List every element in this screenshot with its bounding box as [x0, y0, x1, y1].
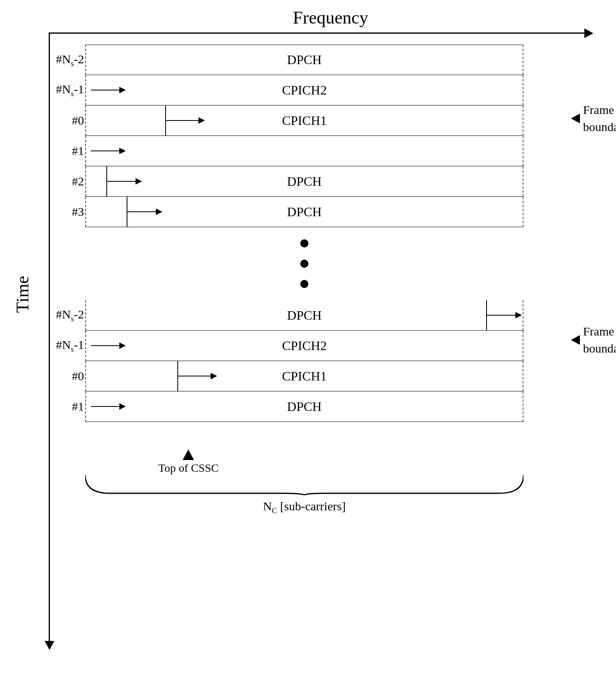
row-label-bot-ns-2: #Ns-2	[37, 307, 84, 323]
dots-section	[85, 227, 523, 300]
frequency-label: Frequency	[293, 7, 368, 28]
row-content-top-2: DPCH	[86, 166, 523, 196]
arrow-top-ns-1	[91, 87, 126, 93]
brace-container	[85, 473, 523, 497]
row-top-0: #0 CPICH1	[85, 105, 523, 136]
row-content-bot-0: CPICH1	[86, 361, 523, 391]
arrow-top-1	[91, 148, 126, 154]
row-content-top-3: DPCH	[86, 197, 523, 227]
diagram-container: Frequency Time #Ns-2 DPCH #Ns-1 CPICH2	[0, 0, 616, 688]
row-label-bot-1: #1	[37, 400, 84, 413]
row-label-top-ns-1: #Ns-1	[37, 82, 84, 98]
arrow-top-3	[127, 209, 162, 215]
arrow-bot-0	[178, 373, 217, 379]
row-label-bot-ns-1: #Ns-1	[37, 338, 84, 354]
nc-label: NC [sub-carriers]	[263, 499, 346, 515]
row-top-1: #1	[85, 136, 523, 166]
frequency-arrow	[49, 32, 592, 34]
row-label-bot-0: #0	[37, 369, 84, 383]
brace-svg	[85, 473, 523, 495]
row-bot-ns-1: #Ns-1 CPICH2	[85, 331, 523, 361]
time-label: Time	[12, 276, 33, 313]
row-top-ns-1: #Ns-1 CPICH2	[85, 75, 523, 105]
row-content-top-1	[86, 136, 523, 166]
row-content-bot-ns-1: CPICH2	[86, 331, 523, 361]
row-label-top-1: #1	[37, 144, 84, 158]
arrow-bot-ns-1	[91, 342, 126, 349]
cssc-label: Top of CSSC	[158, 449, 219, 475]
dot-3	[300, 280, 308, 288]
row-label-top-3: #3	[37, 205, 84, 219]
row-bot-1: #1 DPCH	[85, 391, 523, 422]
row-content-top-0: CPICH1	[86, 105, 523, 135]
row-content-top-ns-2: DPCH	[86, 45, 523, 75]
frame-boundary-top: Frameboundary	[571, 101, 616, 135]
row-top-ns-2: #Ns-2 DPCH	[85, 45, 523, 75]
arrow-top-2	[107, 178, 142, 185]
row-content-bot-1: DPCH	[86, 391, 523, 421]
dot-1	[300, 239, 308, 247]
row-bot-0: #0 CPICH1	[85, 361, 523, 391]
row-top-3: #3 DPCH	[85, 197, 523, 227]
row-label-top-2: #2	[37, 174, 84, 188]
row-top-2: #2 DPCH	[85, 166, 523, 197]
arrow-bot-ns-2	[487, 312, 522, 318]
dot-2	[300, 260, 308, 268]
row-bot-ns-2: #Ns-2 DPCH	[85, 300, 523, 331]
row-content-bot-ns-2: DPCH	[86, 300, 523, 330]
grid-area: #Ns-2 DPCH #Ns-1 CPICH2 #0	[85, 45, 523, 422]
row-label-top-ns-2: #Ns-2	[37, 52, 84, 68]
arrow-top-0	[166, 117, 205, 124]
row-label-top-0: #0	[37, 114, 84, 127]
frame-boundary-bottom: Frameboundary	[571, 323, 616, 357]
row-content-top-ns-1: CPICH2	[86, 75, 523, 105]
arrow-bot-1	[91, 403, 126, 410]
